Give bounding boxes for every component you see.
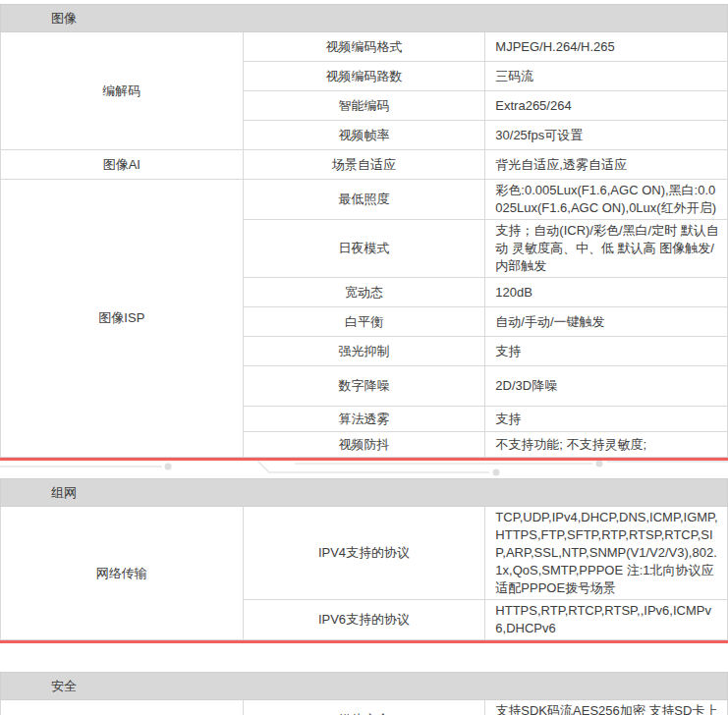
spec-value-cell: 120dB [485, 278, 728, 307]
spec-label-cell: 智能编码 [243, 91, 485, 121]
spec-value-cell: 支持SDK码流AES256加密 支持SD卡上视频和图片存储加密 [485, 700, 728, 715]
circuit-watermark [0, 461, 728, 478]
spec-label-cell: 宽动态 [243, 278, 485, 307]
table-row: 网络传输IPV4支持的协议TCP,UDP,IPv4,DHCP,DNS,ICMP,… [1, 507, 728, 600]
section-image: 图像编解码视频编码格式MJPEG/H.264/H.265视频编码路数三码流智能编… [0, 4, 728, 461]
spec-value-cell: MJPEG/H.264/H.265 [485, 32, 728, 62]
spec-value-cell: 30/25fps可设置 [485, 121, 728, 150]
spec-value-cell: 支持 [485, 337, 728, 366]
section-title: 安全 [1, 673, 728, 700]
spec-label-cell: 视频编码格式 [243, 32, 485, 62]
spec-label-cell: 强光抑制 [243, 337, 485, 366]
table-row: 数据安全媒体安全支持SDK码流AES256加密 支持SD卡上视频和图片存储加密 [1, 700, 728, 715]
spec-value-cell: 支持；自动(ICR)/彩色/黑白/定时 默认自动 灵敏度高、中、低 默认高 图像… [485, 220, 728, 278]
spec-value-cell: 三码流 [485, 62, 728, 91]
circuit-trace-graphic [0, 461, 728, 478]
spec-label-cell: 视频编码路数 [243, 62, 485, 91]
spec-value-cell: 支持 [485, 407, 728, 432]
spec-label-cell: IPV6支持的协议 [243, 600, 485, 640]
spec-label-cell: 白平衡 [243, 307, 485, 337]
spec-value-cell: 不支持功能; 不支持灵敏度; [485, 432, 728, 458]
section-header-row: 组网 [1, 479, 728, 507]
spec-table: 组网网络传输IPV4支持的协议TCP,UDP,IPv4,DHCP,DNS,ICM… [0, 478, 728, 640]
category-cell: 图像AI [1, 150, 244, 180]
spec-value-cell: Extra265/264 [485, 91, 728, 121]
section-security: 安全数据安全媒体安全支持SDK码流AES256加密 支持SD卡上视频和图片存储加… [0, 672, 728, 715]
category-cell: 图像ISP [1, 180, 244, 458]
spec-label-cell: 日夜模式 [243, 220, 485, 278]
spec-label-cell: 最低照度 [243, 180, 485, 220]
category-cell: 编解码 [1, 32, 244, 150]
spec-label-cell: 媒体安全 [243, 700, 485, 715]
spec-label-cell: IPV4支持的协议 [243, 507, 485, 600]
spec-value-cell: 自动/手动/一键触发 [485, 307, 728, 337]
spec-value-cell: HTTPS,RTP,RTCP,RTSP,,IPv6,ICMPv6,DHCPv6 [485, 600, 728, 640]
table-row: 图像ISP最低照度彩色:0.005Lux(F1.6,AGC ON),黑白:0.0… [1, 180, 728, 220]
spec-value-cell: 背光自适应,透雾自适应 [485, 150, 728, 180]
spec-label-cell: 场景自适应 [243, 150, 485, 180]
table-row: 编解码视频编码格式MJPEG/H.264/H.265 [1, 32, 728, 62]
spec-value-cell: 彩色:0.005Lux(F1.6,AGC ON),黑白:0.0025Lux(F1… [485, 180, 728, 220]
spec-sheet: 图像编解码视频编码格式MJPEG/H.264/H.265视频编码路数三码流智能编… [0, 4, 728, 715]
spec-table: 图像编解码视频编码格式MJPEG/H.264/H.265视频编码路数三码流智能编… [0, 4, 728, 458]
section-spacer [0, 643, 728, 672]
spec-value-cell: 2D/3D降噪 [485, 366, 728, 407]
section-title: 图像 [1, 5, 728, 32]
spec-label-cell: 算法透雾 [243, 407, 485, 432]
spec-label-cell: 视频帧率 [243, 121, 485, 150]
spec-table: 安全数据安全媒体安全支持SDK码流AES256加密 支持SD卡上视频和图片存储加… [0, 672, 728, 715]
category-cell: 数据安全 [1, 700, 244, 715]
spec-label-cell: 视频防抖 [243, 432, 485, 458]
category-cell: 网络传输 [1, 507, 244, 640]
section-header-row: 安全 [1, 673, 728, 700]
table-row: 图像AI场景自适应背光自适应,透雾自适应 [1, 150, 728, 180]
spec-label-cell: 数字降噪 [243, 366, 485, 407]
spec-value-cell: TCP,UDP,IPv4,DHCP,DNS,ICMP,IGMP,HTTPS,FT… [485, 507, 728, 600]
section-title: 组网 [1, 479, 728, 507]
section-header-row: 图像 [1, 5, 728, 32]
section-network: 组网网络传输IPV4支持的协议TCP,UDP,IPv4,DHCP,DNS,ICM… [0, 478, 728, 643]
